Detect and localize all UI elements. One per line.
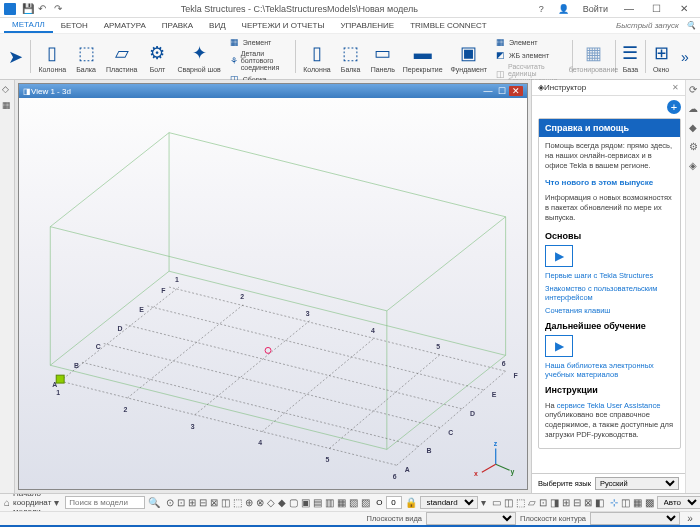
minimize-icon[interactable]: —: [616, 1, 642, 16]
viewport-3d[interactable]: ABC DEF ABC DEF 123 456 123 456 z: [19, 98, 527, 489]
snap-icon[interactable]: ◇: [2, 84, 12, 94]
user-icon[interactable]: 👤: [552, 2, 575, 16]
sel13-icon[interactable]: ▩: [645, 497, 654, 509]
sel2-icon[interactable]: ◫: [504, 497, 513, 509]
column2-button[interactable]: ▯Колонна: [299, 39, 335, 75]
grid-icon[interactable]: ▦: [2, 100, 12, 110]
o-input[interactable]: [386, 496, 402, 509]
view-plane-select[interactable]: [426, 512, 516, 525]
tab-icon-4[interactable]: ⚙: [689, 141, 698, 152]
sel6-icon[interactable]: ◨: [550, 497, 559, 509]
tab-edit[interactable]: ПРАВКА: [154, 19, 201, 32]
sel11-icon[interactable]: ◫: [621, 497, 630, 509]
search-icon[interactable]: 🔍: [686, 21, 696, 30]
undo-icon[interactable]: ↶: [38, 3, 50, 15]
standard-select[interactable]: standard: [420, 496, 478, 509]
search-icon[interactable]: 🔍: [148, 497, 160, 509]
sel9-icon[interactable]: ⊠: [584, 497, 592, 509]
ui-intro-link[interactable]: Знакомство с пользовательским интерфейсо…: [539, 282, 680, 304]
expand-ribbon-icon[interactable]: »: [674, 36, 696, 77]
lock-icon[interactable]: 🔒: [405, 497, 417, 509]
sel3-icon[interactable]: ⬚: [516, 497, 525, 509]
sel10-icon[interactable]: ◧: [595, 497, 604, 509]
maximize-icon[interactable]: ☐: [644, 1, 669, 16]
auto-select[interactable]: Авто: [657, 496, 700, 509]
chevron-down-icon[interactable]: ▾: [54, 497, 59, 509]
rc-element-item[interactable]: ◩ЖБ элемент: [493, 49, 568, 61]
snap1-icon[interactable]: ⊙: [166, 497, 174, 509]
snap6-icon[interactable]: ◫: [221, 497, 230, 509]
snap10-icon[interactable]: ◇: [267, 497, 275, 509]
tab-icon-2[interactable]: ☁: [688, 103, 698, 114]
bolt-details-item[interactable]: ⚘Детали болтового соединения: [227, 49, 291, 72]
window-button[interactable]: ⊞Окно: [650, 36, 672, 77]
sel7-icon[interactable]: ⊞: [562, 497, 570, 509]
beam2-button[interactable]: ⬚Балка: [335, 39, 367, 75]
close-icon[interactable]: ✕: [672, 1, 696, 16]
view-minimize-icon[interactable]: —: [481, 86, 495, 96]
view-close-icon[interactable]: ✕: [509, 86, 523, 96]
whats-new-link[interactable]: Что нового в этом выпуске: [539, 174, 680, 189]
bolt-button[interactable]: ⚙Болт: [141, 39, 173, 75]
add-button[interactable]: +: [667, 100, 681, 114]
weld-button[interactable]: ✦Сварной шов: [173, 39, 224, 75]
tab-concrete[interactable]: БЕТОН: [53, 19, 96, 32]
element2-item[interactable]: ▦Элемент: [493, 36, 568, 48]
help-button[interactable]: ?: [533, 2, 550, 16]
view-maximize-icon[interactable]: ☐: [495, 86, 509, 96]
snap9-icon[interactable]: ⊗: [256, 497, 264, 509]
login-button[interactable]: Войти: [577, 2, 614, 16]
view-titlebar[interactable]: ◨ View 1 - 3d — ☐ ✕: [19, 84, 527, 98]
xyz-icon[interactable]: ⊹: [610, 497, 618, 509]
quick-launch-input[interactable]: [616, 21, 686, 30]
snap17-icon[interactable]: ▧: [349, 497, 358, 509]
library-link[interactable]: Наша библиотека электронных учебных мате…: [539, 359, 680, 381]
snap16-icon[interactable]: ▦: [337, 497, 346, 509]
sel8-icon[interactable]: ⊟: [573, 497, 581, 509]
contour-plane-select[interactable]: [590, 512, 680, 525]
snap14-icon[interactable]: ▤: [313, 497, 322, 509]
cursor-tool[interactable]: ➤: [4, 36, 26, 77]
panel-button[interactable]: ▭Панель: [367, 39, 399, 75]
snap12-icon[interactable]: ▢: [289, 497, 298, 509]
slab-button[interactable]: ▬Перекрытие: [399, 39, 447, 75]
play-further-button[interactable]: ▶: [545, 335, 573, 357]
base-button[interactable]: ☰База: [619, 36, 641, 77]
tab-drawings[interactable]: ЧЕРТЕЖИ И ОТЧЕТЫ: [234, 19, 333, 32]
snap4-icon[interactable]: ⊟: [199, 497, 207, 509]
first-steps-link[interactable]: Первые шаги с Tekla Structures: [539, 269, 680, 282]
shortcuts-link[interactable]: Сочетания клавиш: [539, 304, 680, 317]
snap7-icon[interactable]: ⬚: [233, 497, 242, 509]
quick-launch[interactable]: 🔍: [616, 21, 696, 30]
tab-view[interactable]: ВИД: [201, 19, 234, 32]
tab-rebar[interactable]: АРМАТУРА: [96, 19, 154, 32]
sel1-icon[interactable]: ▭: [492, 497, 501, 509]
snap13-icon[interactable]: ▣: [301, 497, 310, 509]
element-item[interactable]: ▦Элемент: [227, 36, 291, 48]
column-button[interactable]: ▯Колонна: [35, 39, 71, 75]
tab-trimble[interactable]: TRIMBLE CONNECT: [402, 19, 494, 32]
chevron-icon[interactable]: ▾: [481, 497, 486, 509]
snap11-icon[interactable]: ◆: [278, 497, 286, 509]
redo-icon[interactable]: ↷: [54, 3, 66, 15]
beam-button[interactable]: ⬚Балка: [70, 39, 102, 75]
sel4-icon[interactable]: ▱: [528, 497, 536, 509]
sel5-icon[interactable]: ⊡: [539, 497, 547, 509]
model-search-input[interactable]: [65, 496, 145, 509]
tab-icon-5[interactable]: ◈: [689, 160, 697, 171]
origin-icon[interactable]: ⌂: [4, 497, 10, 509]
lang-select[interactable]: Русский: [595, 477, 679, 490]
expand-icon[interactable]: »: [684, 513, 696, 525]
snap2-icon[interactable]: ⊡: [177, 497, 185, 509]
plate-button[interactable]: ▱Пластина: [102, 39, 141, 75]
sel12-icon[interactable]: ▦: [633, 497, 642, 509]
snap15-icon[interactable]: ▥: [325, 497, 334, 509]
play-basics-button[interactable]: ▶: [545, 245, 573, 267]
tab-manage[interactable]: УПРАВЛЕНИЕ: [333, 19, 403, 32]
tab-icon-3[interactable]: ◆: [689, 122, 697, 133]
snap8-icon[interactable]: ⊕: [245, 497, 253, 509]
snap18-icon[interactable]: ▨: [361, 497, 370, 509]
foundation-button[interactable]: ▣Фундамент: [447, 39, 491, 75]
save-icon[interactable]: 💾: [22, 3, 34, 15]
tua-link[interactable]: сервисе Tekla User Assistance: [557, 401, 661, 410]
